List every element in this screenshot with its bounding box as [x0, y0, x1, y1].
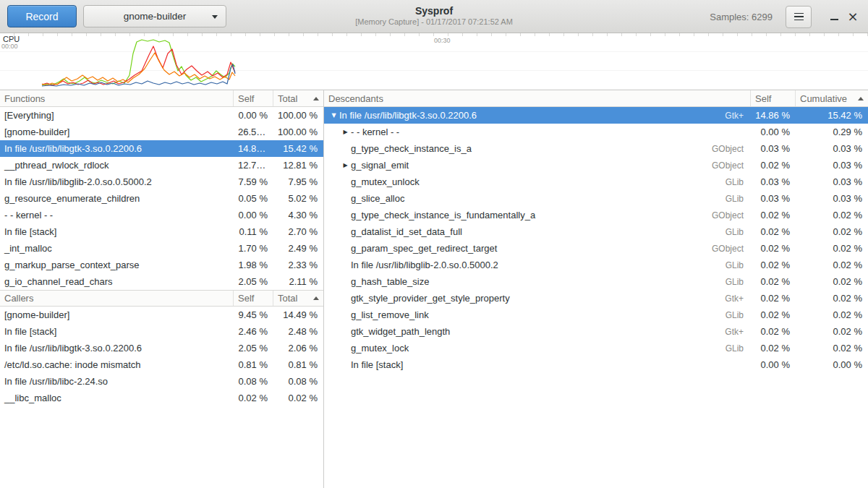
cpu-timeline-graph[interactable]: CPU 00:00 00:30 — [0, 33, 868, 90]
table-row[interactable]: In file /usr/lib/libglib-2.0.so.0.5000.2… — [0, 174, 323, 190]
table-row[interactable]: g_resource_enumerate_children0.05 %5.02 … — [0, 190, 323, 207]
cumulative-percent-cell: 0.03 % — [796, 176, 868, 187]
table-row[interactable]: - - kernel - -0.00 %4.30 % — [0, 207, 323, 223]
self-percent-cell: 0.00 % — [751, 127, 796, 137]
table-row[interactable]: __pthread_rwlock_rdlock12.75 %12.81 % — [0, 157, 323, 174]
function-name-cell: - - kernel - - — [351, 127, 744, 137]
self-percent-cell: 14.86 % — [234, 143, 273, 154]
table-row[interactable]: In file /usr/lib/libgtk-3.so.0.2200.614.… — [0, 140, 323, 157]
table-row[interactable]: In file /usr/lib/libc-2.24.so0.08 %0.08 … — [0, 373, 323, 390]
tree-row[interactable]: g_hash_table_sizeGLib0.02 %0.02 % — [324, 273, 868, 290]
record-button[interactable]: Record — [7, 5, 77, 27]
tree-row[interactable]: g_type_check_instance_is_aGObject0.03 %0… — [324, 140, 868, 157]
table-row[interactable]: g_io_channel_read_chars2.05 %2.11 % — [0, 273, 323, 290]
column-header-self[interactable]: Self — [234, 90, 273, 106]
self-percent-cell: 0.02 % — [234, 393, 273, 403]
total-percent-cell: 100.00 % — [273, 127, 323, 137]
function-name-cell: g_param_spec_get_redirect_target — [351, 243, 712, 254]
menu-button[interactable] — [786, 6, 812, 28]
library-tag: GLib — [726, 277, 751, 287]
function-name-cell: gtk_widget_path_length — [351, 326, 725, 337]
library-tag: GLib — [726, 310, 751, 320]
cpu-orange-line — [42, 53, 235, 85]
function-name-cell: In file [stack] — [0, 326, 234, 337]
table-row[interactable]: [gnome-builder]9.45 %14.49 % — [0, 307, 323, 323]
self-percent-cell: 0.02 % — [751, 210, 796, 221]
table-row[interactable]: In file [stack]0.11 %2.70 % — [0, 223, 323, 240]
total-percent-cell: 2.11 % — [273, 276, 323, 287]
expander-icon[interactable]: ▶ — [340, 157, 351, 174]
self-percent-cell: 0.00 % — [751, 359, 796, 370]
tree-row[interactable]: gtk_widget_path_lengthGtk+0.02 %0.02 % — [324, 323, 868, 340]
tree-row[interactable]: In file [stack]0.00 %0.00 % — [324, 356, 868, 373]
cumulative-percent-cell: 0.02 % — [796, 260, 868, 270]
sort-indicator-icon — [313, 296, 319, 300]
self-percent-cell: 12.75 % — [234, 160, 273, 171]
tree-row[interactable]: g_param_spec_get_redirect_targetGObject0… — [324, 240, 868, 257]
tree-row[interactable]: g_list_remove_linkGLib0.02 %0.02 % — [324, 307, 868, 323]
library-tag: GLib — [726, 177, 751, 187]
total-percent-cell: 15.42 % — [273, 143, 323, 154]
self-percent-cell: 26.51 % — [234, 127, 273, 137]
self-percent-cell: 0.02 % — [751, 293, 796, 304]
cumulative-percent-cell: 0.03 % — [796, 193, 868, 204]
total-percent-cell: 0.81 % — [273, 359, 323, 370]
table-row[interactable]: In file /usr/lib/libgtk-3.so.0.2200.62.0… — [0, 340, 323, 356]
column-header-total[interactable]: Total — [273, 291, 323, 306]
tree-row[interactable]: g_mutex_unlockGLib0.03 %0.03 % — [324, 174, 868, 190]
table-row[interactable]: [gnome-builder]26.51 %100.00 % — [0, 124, 323, 140]
total-percent-cell: 7.95 % — [273, 176, 323, 187]
descendants-table-header: Descendants Self Cumulative — [324, 90, 868, 107]
column-header-total[interactable]: Total — [273, 90, 323, 106]
function-name-cell: In file /usr/lib/libglib-2.0.so.0.5000.2 — [351, 260, 726, 270]
cumulative-percent-cell: 0.02 % — [796, 293, 868, 304]
tree-row[interactable]: g_type_check_instance_is_fundamentally_a… — [324, 207, 868, 223]
column-header-callers[interactable]: Callers — [0, 291, 234, 306]
self-percent-cell: 9.45 % — [234, 309, 273, 320]
self-percent-cell: 0.81 % — [234, 359, 273, 370]
self-percent-cell: 0.03 % — [751, 176, 796, 187]
minimize-button[interactable] — [825, 6, 843, 28]
table-row[interactable]: In file [stack]2.46 %2.48 % — [0, 323, 323, 340]
tree-row[interactable]: gtk_style_provider_get_style_propertyGtk… — [324, 290, 868, 307]
expander-icon[interactable]: ▼ — [328, 107, 339, 124]
tree-row[interactable]: ▼In file /usr/lib/libgtk-3.so.0.2200.6Gt… — [324, 107, 868, 124]
self-percent-cell: 0.00 % — [234, 110, 273, 121]
process-selector-dropdown[interactable]: gnome-builder — [83, 5, 226, 27]
table-row[interactable]: [Everything]0.00 %100.00 % — [0, 107, 323, 124]
column-header-self[interactable]: Self — [234, 291, 273, 306]
function-name-cell: g_resource_enumerate_children — [0, 193, 234, 204]
function-name-cell: [gnome-builder] — [0, 127, 234, 137]
table-row[interactable]: g_markup_parse_context_parse1.98 %2.33 % — [0, 257, 323, 273]
table-row[interactable]: /etc/ld.so.cache: inode mismatch0.81 %0.… — [0, 356, 323, 373]
tree-row[interactable]: ▶g_signal_emitGObject0.02 %0.03 % — [324, 157, 868, 174]
tree-row[interactable]: In file /usr/lib/libglib-2.0.so.0.5000.2… — [324, 257, 868, 273]
self-percent-cell: 0.02 % — [751, 226, 796, 237]
self-percent-cell: 7.59 % — [234, 176, 273, 187]
library-tag: Gtk+ — [725, 111, 751, 121]
close-button[interactable]: × — [843, 6, 862, 28]
self-percent-cell: 0.05 % — [234, 193, 273, 204]
sysprof-window: Record gnome-builder Sysprof [Memory Cap… — [0, 0, 868, 488]
callers-table-header: Callers Self Total — [0, 290, 323, 307]
function-name-cell: g_io_channel_read_chars — [0, 276, 234, 287]
expander-icon[interactable]: ▶ — [340, 124, 351, 140]
cumulative-percent-cell: 0.02 % — [796, 210, 868, 221]
library-tag: GObject — [712, 244, 751, 254]
tree-row[interactable]: g_datalist_id_set_data_fullGLib0.02 %0.0… — [324, 223, 868, 240]
tree-row[interactable]: g_slice_allocGLib0.03 %0.03 % — [324, 190, 868, 207]
library-tag: GObject — [712, 144, 751, 154]
column-header-cumulative[interactable]: Cumulative — [796, 90, 868, 106]
total-percent-cell: 12.81 % — [273, 160, 323, 171]
table-row[interactable]: __libc_malloc0.02 %0.02 % — [0, 390, 323, 406]
total-percent-cell: 2.06 % — [273, 343, 323, 354]
tree-row[interactable]: g_mutex_lockGLib0.02 %0.02 % — [324, 340, 868, 356]
column-header-self[interactable]: Self — [751, 90, 796, 106]
function-name-cell: g_signal_emit — [351, 160, 712, 171]
column-header-descendants[interactable]: Descendants — [324, 90, 751, 106]
column-header-functions[interactable]: Functions — [0, 90, 234, 106]
total-percent-cell: 5.02 % — [273, 193, 323, 204]
self-percent-cell: 0.08 % — [234, 376, 273, 387]
table-row[interactable]: _int_malloc1.70 %2.49 % — [0, 240, 323, 257]
tree-row[interactable]: ▶- - kernel - -0.00 %0.29 % — [324, 124, 868, 140]
